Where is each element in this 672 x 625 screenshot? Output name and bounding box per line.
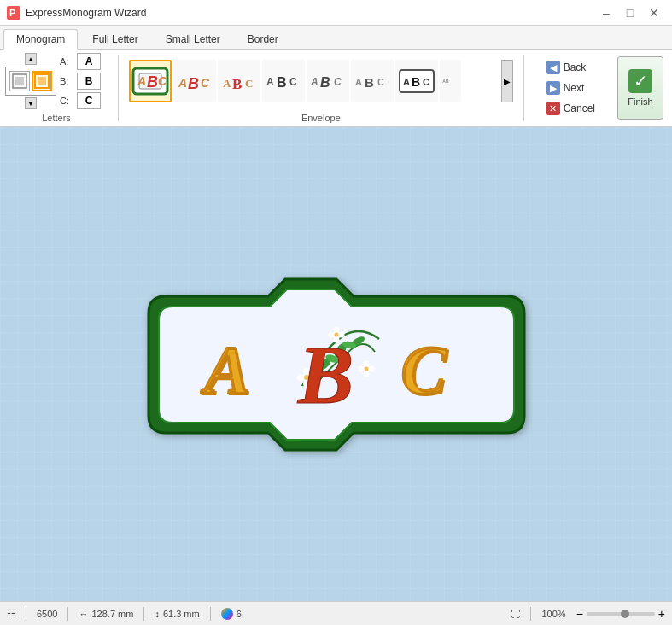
svg-text:A: A (200, 332, 249, 406)
status-divider-1 (26, 607, 26, 621)
next-icon: ▶ (546, 81, 560, 95)
envelope-item-8[interactable]: AB (440, 60, 461, 102)
zoom-controls: − + (576, 607, 665, 621)
divider-2 (523, 55, 524, 121)
cancel-button[interactable]: ✕ Cancel (540, 99, 602, 118)
app-title: ExpressMonogram Wizard (26, 7, 146, 19)
svg-text:A: A (223, 77, 231, 90)
back-icon: ◀ (546, 61, 560, 74)
svg-rect-2 (15, 77, 24, 85)
toolbar: ▲ (0, 50, 672, 127)
svg-text:A: A (266, 76, 274, 88)
finish-button[interactable]: ✓ Finish (617, 56, 663, 120)
monogram-letters: A B (140, 271, 533, 459)
envelope-item-4[interactable]: A B C (262, 60, 305, 102)
svg-text:B: B (297, 329, 354, 412)
app-icon: P (7, 6, 20, 20)
status-resize-icon: ⛶ (511, 609, 520, 619)
letters-section: ▲ (5, 53, 108, 123)
label-b: B: (60, 76, 73, 86)
svg-text:B: B (412, 75, 420, 89)
tab-border[interactable]: Border (235, 29, 291, 49)
svg-text:A: A (137, 74, 146, 88)
back-button[interactable]: ◀ Back (540, 58, 602, 77)
zoom-slider[interactable] (587, 612, 655, 616)
center-letter-container: B (285, 318, 388, 412)
zoom-in-button[interactable]: + (658, 607, 665, 621)
svg-text:AB: AB (442, 79, 449, 84)
svg-text:B: B (232, 76, 242, 92)
arr-box-center (32, 71, 52, 91)
input-letter-a[interactable] (77, 53, 101, 70)
tabbar: Monogram Full Letter Small Letter Border… (0, 26, 672, 50)
arrangement-down-btn[interactable]: ▼ (25, 97, 37, 109)
letter-inputs: A: B: C: (60, 53, 101, 109)
letter-row-a: A: (60, 53, 101, 70)
zoom-value: 100% (541, 609, 565, 619)
label-a: A: (60, 56, 73, 67)
close-button[interactable]: ✕ (643, 4, 665, 21)
envelope-scroll: A B C A B C (129, 60, 501, 102)
status-grid-icon: ☷ (7, 608, 15, 619)
statusbar: ☷ 6500 ↔ 128.7 mm ↕ 61.3 mm 6 ⛶ 100% − (0, 601, 672, 625)
monogram-letter-c: C (396, 320, 473, 417)
window-controls: – □ ✕ (595, 4, 665, 21)
svg-text:C: C (158, 74, 167, 88)
tab-small-letter[interactable]: Small Letter (153, 29, 233, 49)
status-color: 6 (221, 608, 242, 620)
letter-row-b: B: (60, 73, 101, 90)
cancel-icon: ✕ (546, 102, 560, 115)
envelope-shape: A B (140, 271, 533, 459)
zoom-out-button[interactable]: − (576, 607, 583, 621)
envelope-item-1[interactable]: A B C (129, 60, 172, 102)
svg-text:C: C (400, 332, 447, 406)
envelope-item-3[interactable]: A B C (218, 60, 260, 102)
tab-monogram[interactable]: Monogram (3, 29, 78, 50)
arrangement-display (5, 67, 56, 96)
svg-rect-4 (38, 77, 46, 85)
letter-row-c: C: (60, 92, 101, 109)
toolbar-wrapper: ▲ (0, 50, 672, 127)
envelope-item-5[interactable]: A B C (307, 60, 349, 102)
status-num: 6500 (37, 609, 57, 619)
zoom-track (587, 612, 655, 616)
main-wrapper: Monogram Full Letter Small Letter Border… (0, 26, 672, 625)
letters-controls: ▲ (5, 53, 108, 109)
input-letter-b[interactable] (77, 73, 101, 90)
svg-text:B: B (188, 75, 199, 92)
status-value1: 6500 (37, 609, 57, 619)
svg-text:C: C (423, 77, 429, 87)
canvas-area: A B (0, 127, 672, 601)
svg-text:C: C (289, 76, 297, 88)
next-button[interactable]: ▶ Next (540, 79, 602, 97)
svg-text:A: A (403, 77, 410, 87)
titlebar: P ExpressMonogram Wizard – □ ✕ (0, 0, 672, 26)
status-divider-5 (530, 607, 531, 621)
tab-full-letter[interactable]: Full Letter (79, 29, 150, 49)
envelope-item-7[interactable]: A B C (395, 60, 438, 102)
svg-text:A: A (178, 76, 187, 90)
arrangement-selector: ▲ (5, 53, 56, 109)
envelope-item-2[interactable]: A B C (173, 60, 216, 102)
envelope-section: A B C A B C (129, 53, 513, 123)
finish-checkmark-icon: ✓ (628, 69, 652, 93)
status-divider-4 (210, 607, 211, 621)
status-zoom: 100% (541, 609, 565, 619)
maximize-button[interactable]: □ (619, 4, 641, 21)
input-letter-c[interactable] (77, 92, 101, 109)
height-arrow-icon: ↕ (155, 609, 160, 619)
resize-icon: ⛶ (511, 609, 520, 619)
svg-text:C: C (377, 77, 384, 87)
finish-label: Finish (628, 96, 652, 107)
letters-label: Letters (42, 113, 71, 123)
arrangement-up-btn[interactable]: ▲ (25, 53, 37, 65)
status-width: ↔ 128.7 mm (79, 609, 133, 619)
svg-text:B: B (365, 75, 374, 90)
envelope-scroll-right[interactable]: ▶ (501, 60, 513, 102)
monogram-letter-a: A (200, 320, 277, 417)
minimize-button[interactable]: – (595, 4, 617, 21)
zoom-thumb (621, 610, 629, 618)
svg-text:C: C (334, 76, 342, 88)
envelope-item-6[interactable]: A B C (351, 60, 394, 102)
back-label: Back (564, 61, 587, 73)
